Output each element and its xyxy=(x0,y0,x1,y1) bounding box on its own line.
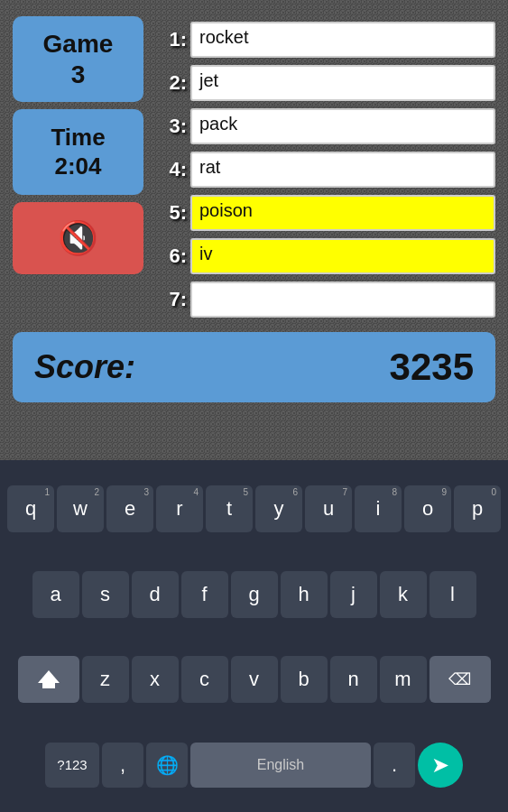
key-r[interactable]: 4r xyxy=(156,485,203,532)
keyboard-row-1: 1q2w3e4r5t6y7u8i9o0p xyxy=(4,467,504,551)
score-value: 3235 xyxy=(390,346,474,389)
key-b[interactable]: b xyxy=(281,656,328,703)
key-h[interactable]: h xyxy=(281,571,328,618)
key-u[interactable]: 7u xyxy=(305,485,352,532)
key-number-y: 6 xyxy=(292,487,298,497)
backspace-icon: ⌫ xyxy=(448,669,471,689)
word-number-2: 2: xyxy=(162,71,187,95)
word-row-3: 3:pack xyxy=(162,106,495,146)
key-z[interactable]: z xyxy=(82,656,129,703)
word-row-6: 6:iv xyxy=(162,236,495,276)
game-title: Game3 xyxy=(43,29,114,89)
num-key[interactable]: ?123 xyxy=(45,743,99,788)
word-input-2[interactable]: jet xyxy=(190,65,495,101)
word-input-7[interactable] xyxy=(190,281,495,318)
word-row-4: 4:rat xyxy=(162,150,495,189)
keyboard-row-3: zxcvbnm⌫ xyxy=(4,638,504,722)
mute-icon: 🔇 xyxy=(58,219,98,257)
word-input-3[interactable]: pack xyxy=(190,108,495,144)
key-m[interactable]: m xyxy=(380,656,427,703)
enter-key[interactable]: ➤ xyxy=(418,743,463,788)
key-c[interactable]: c xyxy=(181,656,228,703)
time-box: Time2:04 xyxy=(13,109,143,195)
top-section: Game3 Time2:04 🔇 1:rocket2:jet3:pack4:ra… xyxy=(13,16,495,319)
left-panel: Game3 Time2:04 🔇 xyxy=(13,16,152,319)
globe-key[interactable]: 🌐 xyxy=(146,743,188,788)
word-row-7: 7: xyxy=(162,280,495,319)
score-label: Score: xyxy=(34,348,135,386)
comma-key[interactable]: , xyxy=(102,743,143,788)
word-input-4[interactable]: rat xyxy=(190,152,495,188)
space-key[interactable]: English xyxy=(190,743,371,788)
word-input-1[interactable]: rocket xyxy=(190,22,495,58)
keyboard-row-2: asdfghjkl xyxy=(4,553,504,637)
key-number-q: 1 xyxy=(44,487,50,497)
game-area: Game3 Time2:04 🔇 1:rocket2:jet3:pack4:ra… xyxy=(0,0,508,460)
word-row-2: 2:jet xyxy=(162,63,495,103)
game-box: Game3 xyxy=(13,16,143,102)
key-t[interactable]: 5t xyxy=(206,485,253,532)
key-d[interactable]: d xyxy=(132,571,179,618)
key-s[interactable]: s xyxy=(82,571,129,618)
key-l[interactable]: l xyxy=(429,571,476,618)
keyboard-area: 1q2w3e4r5t6y7u8i9o0p asdfghjkl zxcvbnm⌫ … xyxy=(0,460,508,812)
mute-button[interactable]: 🔇 xyxy=(13,202,143,274)
key-number-w: 2 xyxy=(94,487,99,497)
key-y[interactable]: 6y xyxy=(255,485,302,532)
key-w[interactable]: 2w xyxy=(57,485,104,532)
globe-icon: 🌐 xyxy=(156,754,179,776)
enter-icon: ➤ xyxy=(431,752,449,778)
key-v[interactable]: v xyxy=(231,656,278,703)
key-n[interactable]: n xyxy=(330,656,377,703)
period-key[interactable]: . xyxy=(374,743,415,788)
shift-icon xyxy=(38,670,60,688)
key-number-p: 0 xyxy=(491,487,496,497)
key-f[interactable]: f xyxy=(181,571,228,618)
key-x[interactable]: x xyxy=(132,656,179,703)
word-number-4: 4: xyxy=(162,158,187,181)
key-o[interactable]: 9o xyxy=(404,485,451,532)
word-number-7: 7: xyxy=(162,288,187,311)
word-number-5: 5: xyxy=(162,201,187,225)
key-q[interactable]: 1q xyxy=(7,485,54,532)
word-row-5: 5:poison xyxy=(162,193,495,233)
key-i[interactable]: 8i xyxy=(355,485,402,532)
score-bar: Score: 3235 xyxy=(13,332,495,402)
keyboard-bottom-row: ?123 , 🌐 English . ➤ xyxy=(4,724,504,807)
key-j[interactable]: j xyxy=(330,571,377,618)
key-a[interactable]: a xyxy=(32,571,79,618)
key-p[interactable]: 0p xyxy=(454,485,501,532)
time-display: Time2:04 xyxy=(51,124,105,180)
key-number-t: 5 xyxy=(243,487,248,497)
word-number-1: 1: xyxy=(162,28,187,51)
word-number-6: 6: xyxy=(162,245,187,268)
word-input-6[interactable]: iv xyxy=(190,238,495,274)
word-number-3: 3: xyxy=(162,115,187,138)
word-list: 1:rocket2:jet3:pack4:rat5:poison6:iv7: xyxy=(162,16,495,319)
key-g[interactable]: g xyxy=(231,571,278,618)
shift-key[interactable] xyxy=(18,656,79,703)
key-number-e: 3 xyxy=(143,487,149,497)
key-number-i: 8 xyxy=(392,487,397,497)
key-number-r: 4 xyxy=(193,487,199,497)
key-number-u: 7 xyxy=(342,487,347,497)
key-number-o: 9 xyxy=(441,487,447,497)
backspace-key[interactable]: ⌫ xyxy=(429,656,491,703)
word-row-1: 1:rocket xyxy=(162,20,495,60)
word-input-5[interactable]: poison xyxy=(190,195,495,231)
key-e[interactable]: 3e xyxy=(106,485,153,532)
key-k[interactable]: k xyxy=(380,571,427,618)
